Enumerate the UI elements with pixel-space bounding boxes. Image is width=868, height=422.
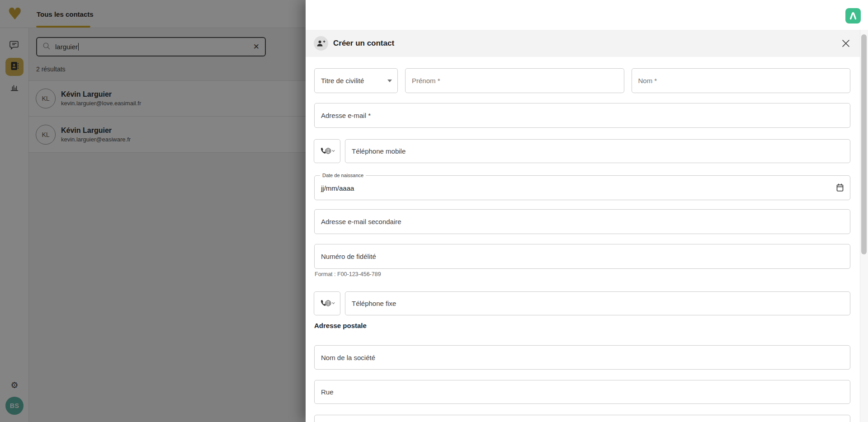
birthdate-value: jj/mm/aaaa xyxy=(321,176,354,201)
loyalty-number-field[interactable] xyxy=(314,244,850,269)
civility-select-label: Titre de civilité xyxy=(321,77,364,84)
next-address-field-partial[interactable] xyxy=(314,415,850,422)
landline-phone-field[interactable] xyxy=(345,291,850,315)
screen: ♥ Tous les contacts ⚙ xyxy=(0,0,868,422)
birthdate-field[interactable]: Date de naissance jj/mm/aaaa xyxy=(314,175,850,200)
mobile-phone-field[interactable] xyxy=(345,139,850,163)
chevron-down-icon xyxy=(387,80,392,82)
civility-select[interactable]: Titre de civilité xyxy=(314,68,398,93)
secondary-email-field[interactable] xyxy=(314,209,850,234)
email-field[interactable] xyxy=(314,103,850,128)
scrollbar-thumb[interactable] xyxy=(861,34,867,254)
loyalty-format-hint: Format : F00-123-456-789 xyxy=(315,271,381,277)
company-name-field[interactable] xyxy=(314,345,850,370)
drawer-title: Créer un contact xyxy=(333,39,394,48)
person-add-icon xyxy=(314,36,328,51)
drawer-header: Créer un contact xyxy=(306,30,868,57)
first-name-field[interactable] xyxy=(405,68,624,93)
postal-address-heading: Adresse postale xyxy=(314,322,367,329)
mobile-country-selector[interactable] xyxy=(314,139,340,163)
create-contact-drawer: Créer un contact Titre de civilité Date … xyxy=(306,0,868,422)
landline-country-selector[interactable] xyxy=(314,291,340,315)
last-name-field[interactable] xyxy=(632,68,851,93)
street-field[interactable] xyxy=(314,380,850,404)
close-icon[interactable] xyxy=(840,37,852,50)
assistant-icon[interactable] xyxy=(845,8,861,23)
name-row: Titre de civilité xyxy=(314,68,850,93)
calendar-icon[interactable] xyxy=(836,183,844,194)
